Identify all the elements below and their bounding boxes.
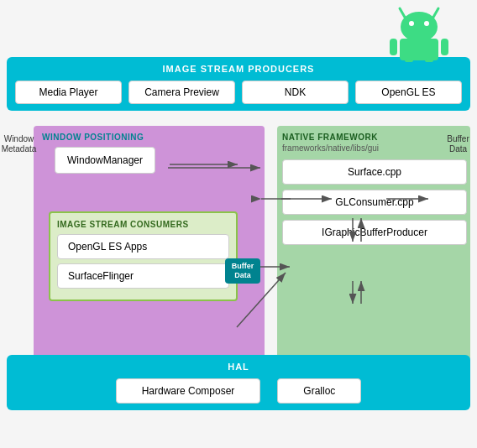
igraphic-buffer-producer-box: IGraphicBufferProducer: [282, 220, 467, 245]
window-positioning-section: WINDOW POSITIONING WindowManager: [42, 133, 244, 174]
svg-point-3: [409, 21, 414, 26]
opengl-es-apps-box: OpenGL ES Apps: [57, 234, 229, 259]
svg-rect-5: [400, 39, 438, 60]
hal-section: HAL Hardware Composer Gralloc: [7, 355, 470, 410]
producer-opengl-es: OpenGL ES: [355, 81, 462, 104]
hal-boxes: Hardware Composer Gralloc: [15, 378, 462, 404]
svg-rect-9: [425, 59, 433, 62]
svg-rect-6: [390, 39, 397, 55]
buffer-data-small: Buffer Data: [225, 258, 260, 284]
window-positioning-title: WINDOW POSITIONING: [42, 133, 244, 142]
hardware-composer-box: Hardware Composer: [116, 378, 261, 404]
surface-flinger-box: SurfaceFlinger: [57, 263, 229, 289]
hal-title: HAL: [15, 362, 462, 372]
gl-consumer-cpp-box: GLConsumer.cpp: [282, 190, 467, 215]
producer-camera-preview: Camera Preview: [128, 81, 235, 104]
surface-cpp-box: Surface.cpp: [282, 159, 467, 185]
buffer-data-label: BufferData: [439, 134, 477, 154]
diagram-container: IMAGE STREAM PRODUCERS Media Player Came…: [0, 0, 477, 448]
producer-ndk: NDK: [242, 81, 349, 104]
svg-rect-7: [441, 39, 448, 55]
producer-media-player: Media Player: [15, 81, 122, 104]
window-manager-box: WindowManager: [55, 147, 155, 174]
android-robot: [386, 2, 452, 65]
svg-point-4: [424, 21, 429, 26]
svg-point-2: [401, 12, 438, 42]
image-stream-consumers-section: IMAGE STREAM CONSUMERS OpenGL ES Apps Su…: [49, 211, 238, 301]
svg-rect-8: [405, 59, 413, 62]
producers-row: Media Player Camera Preview NDK OpenGL E…: [15, 81, 462, 104]
gralloc-box: Gralloc: [277, 378, 361, 404]
window-metadata-label: WindowMetadata: [0, 134, 38, 154]
image-stream-consumers-title: IMAGE STREAM CONSUMERS: [57, 220, 229, 229]
